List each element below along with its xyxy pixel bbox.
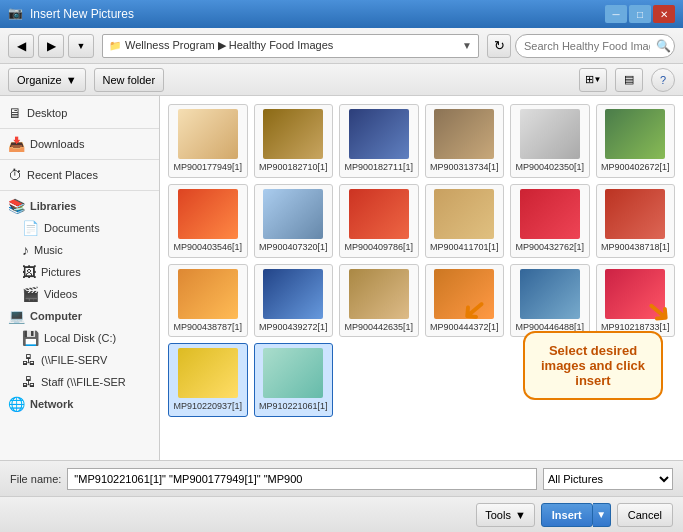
- list-item[interactable]: MP900402672[1]: [596, 104, 676, 178]
- list-item[interactable]: MP900446488[1]: [510, 264, 590, 338]
- filename-label: File name:: [10, 473, 61, 485]
- sidebar-item[interactable]: 🖧(\\FILE-SERV: [0, 349, 159, 371]
- forward-button[interactable]: ▶: [38, 34, 64, 58]
- sidebar-item[interactable]: 📥Downloads: [0, 133, 159, 155]
- thumbnail-label: MP900402672[1]: [601, 162, 670, 173]
- help-button[interactable]: ?: [651, 68, 675, 92]
- sidebar-item-label: (\\FILE-SERV: [41, 354, 107, 366]
- view-dropdown-icon: ▼: [594, 75, 602, 84]
- thumbnail-label: MP900182710[1]: [259, 162, 328, 173]
- sidebar-icon: 🎬: [22, 286, 39, 302]
- organize-button[interactable]: Organize ▼: [8, 68, 86, 92]
- sidebar-icon: 💾: [22, 330, 39, 346]
- thumbnail-image: [605, 109, 665, 159]
- thumbnail-label: MP910220937[1]: [173, 401, 242, 412]
- sidebar-item[interactable]: ⏱Recent Places: [0, 164, 159, 186]
- list-item[interactable]: MP900438718[1]: [596, 184, 676, 258]
- sidebar-icon: 📚: [8, 198, 25, 214]
- list-item[interactable]: MP910221061[1]: [254, 343, 334, 417]
- window-icon: 📷: [8, 6, 24, 22]
- list-item[interactable]: MP900182711[1]: [339, 104, 419, 178]
- list-item[interactable]: MP900411701[1]: [425, 184, 505, 258]
- address-dropdown-icon: ▼: [462, 40, 472, 51]
- sidebar-item-label: Music: [34, 244, 63, 256]
- search-icon-button[interactable]: 🔍: [656, 39, 671, 53]
- thumbnail-label: MP900182711[1]: [344, 162, 413, 173]
- sidebar-item-label: Recent Places: [27, 169, 98, 181]
- callout-box: Select desired images and click insert: [523, 331, 663, 400]
- maximize-button[interactable]: □: [629, 5, 651, 23]
- view-toggle-button[interactable]: ⊞ ▼: [579, 68, 607, 92]
- file-area: MP900177949[1]MP900182710[1]MP900182711[…: [160, 96, 683, 460]
- minimize-button[interactable]: ─: [605, 5, 627, 23]
- sidebar-item[interactable]: 🖥Desktop: [0, 102, 159, 124]
- back-button[interactable]: ◀: [8, 34, 34, 58]
- sidebar-icon: 📄: [22, 220, 39, 236]
- thumbnail-image: [178, 348, 238, 398]
- panel-toggle-button[interactable]: ▤: [615, 68, 643, 92]
- sidebar-item[interactable]: 💾Local Disk (C:): [0, 327, 159, 349]
- sidebar-item-label: Computer: [30, 310, 82, 322]
- organize-label: Organize: [17, 74, 62, 86]
- sidebar-item-label: Videos: [44, 288, 77, 300]
- list-item[interactable]: MP900407320[1]: [254, 184, 334, 258]
- list-item[interactable]: MP900313734[1]: [425, 104, 505, 178]
- sidebar-icon: 🖼: [22, 264, 36, 280]
- thumbnail-image: [520, 189, 580, 239]
- list-item[interactable]: MP900403546[1]: [168, 184, 248, 258]
- list-item[interactable]: MP900409786[1]: [339, 184, 419, 258]
- thumbnail-label: MP900407320[1]: [259, 242, 328, 253]
- sidebar-item-label: Libraries: [30, 200, 76, 212]
- sidebar-item[interactable]: 🖧Staff (\\FILE-SER: [0, 371, 159, 393]
- sidebar-item[interactable]: 📄Documents: [0, 217, 159, 239]
- sidebar-item-label: Desktop: [27, 107, 67, 119]
- thumbnail-image: [263, 189, 323, 239]
- tools-button[interactable]: Tools ▼: [476, 503, 535, 527]
- refresh-button[interactable]: ↻: [487, 34, 511, 58]
- address-icon: 📁: [109, 40, 121, 51]
- search-input[interactable]: [515, 34, 675, 58]
- list-item[interactable]: MP900432762[1]: [510, 184, 590, 258]
- thumbnail-label: MP900403546[1]: [173, 242, 242, 253]
- new-folder-button[interactable]: New folder: [94, 68, 165, 92]
- thumbnail-label: MP900177949[1]: [173, 162, 242, 173]
- insert-button-group: Insert ▼: [541, 503, 611, 527]
- sidebar-icon: ⏱: [8, 167, 22, 183]
- list-item[interactable]: MP900438787[1]: [168, 264, 248, 338]
- sidebar-icon: 🌐: [8, 396, 25, 412]
- callout-text: Select desired images and click insert: [541, 343, 645, 388]
- list-item[interactable]: MP900402350[1]: [510, 104, 590, 178]
- second-toolbar: Organize ▼ New folder ⊞ ▼ ▤ ?: [0, 64, 683, 96]
- close-button[interactable]: ✕: [653, 5, 675, 23]
- bottom-bar: File name: All PicturesJPEG FilesPNG Fil…: [0, 460, 683, 496]
- sidebar-item[interactable]: ♪Music: [0, 239, 159, 261]
- list-item[interactable]: MP910220937[1]: [168, 343, 248, 417]
- tools-label: Tools: [485, 509, 511, 521]
- sidebar-item[interactable]: 💻Computer: [0, 305, 159, 327]
- sidebar-item[interactable]: 🌐Network: [0, 393, 159, 415]
- sidebar-item[interactable]: 📚Libraries: [0, 195, 159, 217]
- insert-dropdown-button[interactable]: ▼: [593, 503, 611, 527]
- sidebar-item[interactable]: 🎬Videos: [0, 283, 159, 305]
- thumbnail-label: MP900313734[1]: [430, 162, 499, 173]
- thumbnail-image: [178, 189, 238, 239]
- filename-input[interactable]: [67, 468, 537, 490]
- thumbnail-image: [349, 189, 409, 239]
- title-bar: 📷 Insert New Pictures ─ □ ✕: [0, 0, 683, 28]
- list-item[interactable]: MP900442635[1]: [339, 264, 419, 338]
- thumbnail-image: [520, 109, 580, 159]
- sidebar-item[interactable]: 🖼Pictures: [0, 261, 159, 283]
- nav-dropdown-button[interactable]: ▼: [68, 34, 94, 58]
- filetype-select[interactable]: All PicturesJPEG FilesPNG FilesGIF Files…: [543, 468, 673, 490]
- thumbnail-image: [349, 269, 409, 319]
- sidebar-item-label: Staff (\\FILE-SER: [41, 376, 126, 388]
- thumbnail-image: [178, 109, 238, 159]
- list-item[interactable]: MP900182710[1]: [254, 104, 334, 178]
- sidebar-icon: ♪: [22, 242, 29, 258]
- list-item[interactable]: MP900177949[1]: [168, 104, 248, 178]
- sidebar-icon: 📥: [8, 136, 25, 152]
- insert-button[interactable]: Insert: [541, 503, 593, 527]
- list-item[interactable]: MP900439272[1]: [254, 264, 334, 338]
- thumbnail-label: MP900402350[1]: [515, 162, 584, 173]
- cancel-button[interactable]: Cancel: [617, 503, 673, 527]
